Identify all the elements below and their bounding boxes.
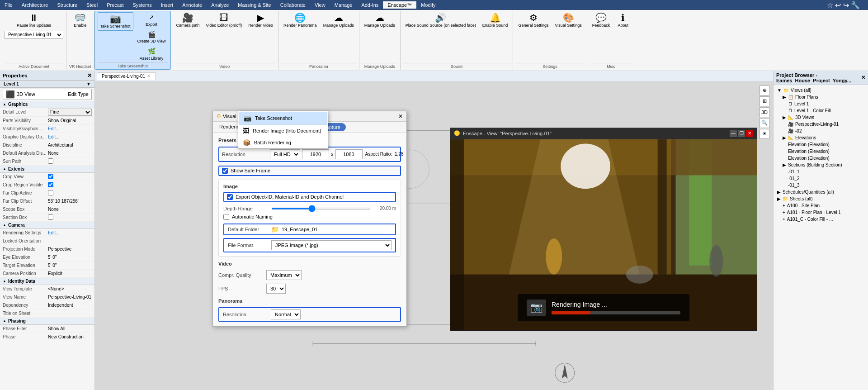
visibility-edit-link[interactable]: Edit...: [48, 126, 92, 131]
vs-format-dropdown[interactable]: JPEG Image (*.jpg) PNG Image (*.png) BMP…: [271, 240, 392, 250]
tab-systems[interactable]: Systems: [128, 1, 156, 9]
tree-a101-c[interactable]: + A101_C - Color Fill - ...: [774, 216, 868, 223]
tree-elevation-2[interactable]: Elevation (Elevation): [774, 148, 868, 155]
viewport-zoom-button[interactable]: ⊕: [760, 86, 769, 95]
vs-compr-quality-row: Compr. Quality Maximum High Medium: [218, 270, 401, 280]
tab-insert[interactable]: Insert: [156, 1, 178, 9]
tree-a101[interactable]: + A101 - Floor Plan - Level 1: [774, 209, 868, 216]
tree-section-01-2[interactable]: -01_2: [774, 175, 868, 182]
context-batch-rendering[interactable]: 📦 Batch Rendering: [238, 137, 328, 148]
tree-views-all[interactable]: ▼ 📁 Views (all): [774, 87, 868, 94]
feedback-button[interactable]: 💬 Feedback: [590, 12, 613, 29]
view-type-button[interactable]: ⬛ 3D View Edit Type: [3, 89, 92, 100]
tree-a100[interactable]: + A100 - Site Plan: [774, 202, 868, 209]
tree-level-1[interactable]: 🗒 Level 1: [774, 100, 868, 107]
enscape-restore-button[interactable]: ❐: [738, 130, 745, 137]
crop-view-checkbox[interactable]: [48, 174, 53, 179]
phasing-section-header[interactable]: ▲ Phasing: [0, 318, 94, 325]
edit-type-button[interactable]: Edit Type: [68, 91, 89, 97]
tab-modify[interactable]: Modify: [416, 1, 440, 9]
place-sound-button[interactable]: 🔊 Place Sound Source (on selected face): [403, 12, 478, 29]
viewport-3d-button[interactable]: 3D: [760, 107, 769, 117]
enscape-close-button[interactable]: ✕: [746, 130, 753, 137]
viewport-sun-button[interactable]: ☀: [760, 129, 769, 139]
vs-pano-resolution-dropdown[interactable]: Normal High Ultra: [271, 309, 301, 319]
vs-fps-dropdown[interactable]: 30 60 24: [266, 284, 286, 294]
rendering-settings-link[interactable]: Edit...: [48, 230, 92, 235]
tree-schedules[interactable]: ▶ Schedules/Quantities (all): [774, 189, 868, 195]
identity-section-header[interactable]: ▲ Identity Data: [0, 278, 94, 285]
tab-analyze[interactable]: Analyze: [207, 1, 233, 9]
context-take-screenshot[interactable]: 📷 Take Screenshot: [239, 112, 327, 124]
pause-live-updates-button[interactable]: ⏸ Pause live updates: [5, 12, 63, 29]
tree-level-1-color[interactable]: 🗒 Level 1 - Color Fill: [774, 107, 868, 114]
tab-file[interactable]: File: [0, 1, 17, 9]
graphic-display-edit-link[interactable]: Edit...: [48, 134, 92, 139]
sun-path-checkbox[interactable]: [48, 158, 53, 164]
enscape-minimize-button[interactable]: —: [730, 130, 737, 137]
vs-resolution-height[interactable]: 1080: [335, 149, 363, 159]
tree-elevation-1[interactable]: Elevation (Elevation): [774, 141, 868, 148]
export-button[interactable]: ↗ Export: [135, 12, 168, 29]
vs-compr-quality-dropdown[interactable]: Maximum High Medium: [266, 270, 302, 280]
vs-resolution-dropdown[interactable]: Full HD 4K 720p: [270, 149, 300, 159]
viewport-nav-button[interactable]: 🔍: [760, 118, 769, 128]
tree-perspective-living[interactable]: 🎥 Perspective-Living-01: [774, 121, 868, 128]
tree-3d-views[interactable]: ▶ 📐 3D Views: [774, 114, 868, 121]
vs-resolution-width[interactable]: 1920: [302, 149, 329, 159]
context-render-image[interactable]: 🖼 Render Image (Into Document): [238, 125, 328, 137]
vs-export-channels-checkbox[interactable]: [227, 194, 233, 200]
project-browser-close[interactable]: ✕: [861, 75, 865, 81]
asset-library-button[interactable]: 🌿 Asset Library: [135, 46, 168, 62]
tree-section-01-1[interactable]: -01_1: [774, 168, 868, 175]
tree-section-01-3[interactable]: -01_3: [774, 182, 868, 189]
viewport-fit-button[interactable]: ⊞: [760, 96, 769, 106]
section-box-checkbox[interactable]: [48, 214, 53, 220]
tab-view[interactable]: View: [310, 1, 330, 9]
manage-uploads-button[interactable]: ☁ Manage Uploads: [321, 12, 356, 29]
properties-close-button[interactable]: ✕: [87, 72, 92, 79]
tab-precast[interactable]: Precast: [102, 1, 128, 9]
take-screenshot-button[interactable]: 📷 Take Screenshot: [98, 12, 133, 31]
tab-addins[interactable]: Add-Ins: [357, 1, 383, 9]
tree-floor-plans[interactable]: ▶ 📋 Floor Plans: [774, 94, 868, 100]
far-clip-checkbox[interactable]: [48, 190, 53, 195]
active-view-dropdown[interactable]: Perspective-Living-01: [5, 31, 63, 39]
render-video-button[interactable]: ▶ Render Video: [246, 12, 275, 29]
tree-sections[interactable]: ▶ Sections (Building Section): [774, 162, 868, 168]
general-settings-button[interactable]: ⚙ General Settings: [516, 12, 551, 29]
tree-elevation-3[interactable]: Elevation (Elevation): [774, 155, 868, 162]
camera-section-header[interactable]: ▲ Camera: [0, 222, 94, 229]
tab-steel[interactable]: Steel: [82, 1, 102, 9]
tab-collaborate[interactable]: Collaborate: [276, 1, 310, 9]
viewport-tab-perspective[interactable]: Perspective-Living-01 ✕: [97, 72, 156, 80]
tab-annotate[interactable]: Annotate: [178, 1, 207, 9]
viewport-tab-close-button[interactable]: ✕: [147, 74, 151, 78]
tab-manage[interactable]: Manage: [330, 1, 357, 9]
detail-level-dropdown[interactable]: Fine: [48, 109, 92, 116]
manage-uploads-2-button[interactable]: ☁ Manage Uploads: [362, 12, 397, 29]
vs-auto-naming-checkbox[interactable]: [223, 214, 229, 220]
visual-settings-button[interactable]: 🎨 Visual Settings: [552, 12, 584, 29]
tree-perspective-02[interactable]: 🎥 -02: [774, 128, 868, 134]
vs-depth-range-slider[interactable]: [271, 208, 371, 209]
vs-safe-frame-checkbox[interactable]: [222, 168, 228, 174]
tab-enscape[interactable]: Enscape™: [383, 1, 416, 9]
video-editor-button[interactable]: 🎞 Video Editor (on/off): [203, 12, 244, 29]
tree-sheets-all[interactable]: ▶ 📁 Sheets (all): [774, 195, 868, 202]
vs-close-button[interactable]: ✕: [398, 113, 403, 119]
crop-region-checkbox[interactable]: [48, 182, 53, 187]
tab-quick-access[interactable]: ☆ ↩ ↪ 🔧: [822, 0, 864, 10]
tree-elevations[interactable]: ▶ 📐 Elevations: [774, 134, 868, 141]
render-panorama-button[interactable]: 🌐 Render Panorama: [281, 12, 319, 29]
about-button[interactable]: ℹ About: [614, 12, 632, 29]
tab-structure[interactable]: Structure: [52, 1, 82, 9]
tab-architecture[interactable]: Architecture: [17, 1, 53, 9]
graphics-section-header[interactable]: ▲ Graphics: [0, 101, 94, 108]
camera-path-button[interactable]: 🎥 Camera path: [174, 12, 202, 29]
enable-sound-button[interactable]: 🔔 Enable Sound: [480, 12, 510, 29]
extents-section-header[interactable]: ▲ Extents: [0, 166, 94, 173]
create-3d-view-button[interactable]: 🎬 Create 3D View: [135, 29, 168, 46]
enable-vr-button[interactable]: 🥽 Enable: [71, 12, 89, 29]
tab-massing[interactable]: Massing & Site: [233, 1, 275, 9]
